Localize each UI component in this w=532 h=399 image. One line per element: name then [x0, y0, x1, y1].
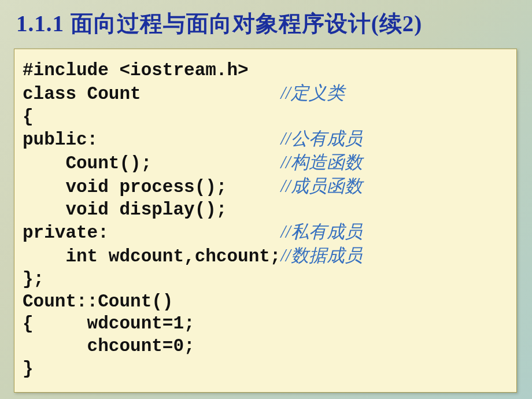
comment-define-class: //定义类	[280, 83, 344, 103]
code-line-1: #include <iostream.h>	[23, 60, 249, 80]
code-public: public:	[23, 130, 98, 150]
comment-constructor: //构造函数	[281, 152, 363, 172]
code-constructor: Count();	[23, 153, 152, 173]
code-line-8: private: //私有成员	[23, 223, 363, 243]
comment-member-fn: //成员函数	[280, 176, 362, 196]
code-open-brace: {	[23, 106, 34, 127]
code-process: void process();	[23, 177, 227, 197]
code-int-members: int wdcount,chcount;	[23, 246, 280, 267]
code-line-4: public: //公有成员	[23, 130, 363, 150]
code-line-13: chcount=0;	[23, 336, 195, 356]
code-display: void display();	[23, 200, 227, 220]
code-private: private:	[23, 223, 109, 243]
comment-data-member: //数据成员	[280, 245, 362, 265]
code-class-decl: class Count	[23, 84, 141, 104]
code-line-9: int wdcount,chcount;//数据成员	[23, 246, 363, 267]
code-close-class: };	[23, 269, 44, 289]
code-wdcount-init: { wdcount=1;	[23, 313, 195, 334]
code-line-12: { wdcount=1;	[23, 313, 195, 334]
code-line-6: void process(); //成员函数	[23, 177, 363, 197]
comment-private-member: //私有成员	[280, 221, 362, 242]
comment-public-member: //公有成员	[281, 128, 363, 149]
code-chcount-init: chcount=0;	[23, 336, 195, 356]
code-line-5: Count(); //构造函数	[23, 153, 363, 173]
code-line-14: }	[23, 359, 34, 379]
code-line-2: class Count //定义类	[23, 84, 345, 104]
code-line-7: void display();	[23, 200, 227, 220]
code-close-brace: }	[23, 359, 34, 379]
slide-title: 1.1.1 面向过程与面向对象程序设计(续2)	[16, 8, 520, 39]
code-box: #include <iostream.h> class Count //定义类 …	[14, 49, 517, 393]
code-line-3: {	[23, 106, 34, 127]
code-line-10: };	[23, 269, 44, 289]
code-include: #include <iostream.h>	[23, 60, 249, 80]
slide: 1.1.1 面向过程与面向对象程序设计(续2) #include <iostre…	[0, 0, 532, 399]
code-scope-ctor: Count::Count()	[23, 291, 173, 312]
code-block: #include <iostream.h> class Count //定义类 …	[23, 60, 508, 380]
code-line-11: Count::Count()	[23, 291, 173, 312]
